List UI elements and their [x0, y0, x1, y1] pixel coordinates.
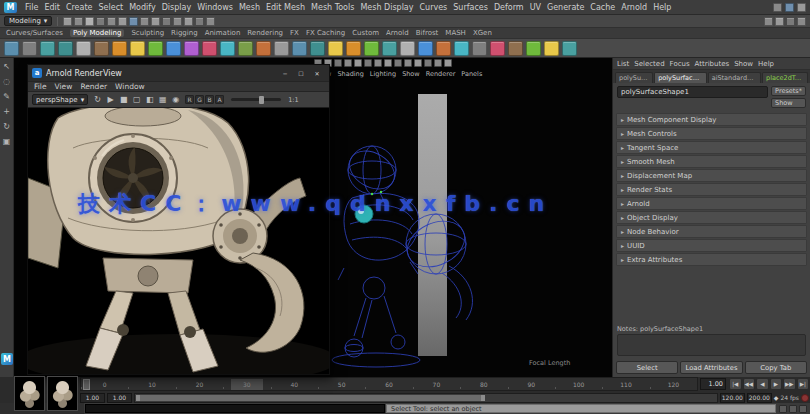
output-window-icon[interactable] [799, 405, 807, 413]
scale-tool-icon[interactable]: ▣ [3, 138, 11, 146]
arnold-menu-item[interactable]: Window [115, 82, 145, 91]
viewport-toolbar-icon[interactable] [434, 59, 442, 67]
viewport-toolbar-icon[interactable] [384, 59, 392, 67]
shelf-tab[interactable]: MASH [445, 29, 466, 37]
attribute-section-header[interactable]: ▸ Mesh Component Display [616, 113, 807, 126]
viewport-toolbar-icon[interactable] [364, 59, 372, 67]
shelf-tab[interactable]: XGen [473, 29, 492, 37]
timeline-tick[interactable]: 50 [318, 378, 365, 390]
paint-select-tool-icon[interactable]: ✎ [3, 93, 10, 101]
timeline-tick[interactable]: 40 [271, 378, 318, 390]
menubar-item[interactable]: Generate [544, 3, 587, 12]
menu-set-dropdown[interactable]: Modeling ▾ [4, 16, 52, 26]
move-tool-icon[interactable]: + [3, 108, 10, 116]
shelf-tool-icon[interactable] [436, 41, 451, 56]
set-key-icon[interactable]: ◆ [774, 394, 779, 401]
status-line-icon[interactable] [129, 17, 138, 26]
status-line-icon[interactable] [195, 17, 204, 26]
titlebar-control-icon[interactable] [785, 3, 794, 12]
shelf-tool-icon[interactable] [274, 41, 289, 56]
select-button[interactable]: Select [616, 361, 678, 374]
status-line-icon[interactable] [85, 17, 94, 26]
shelf-tool-icon[interactable] [292, 41, 307, 56]
shelf-tab[interactable]: Poly Modeling [70, 29, 124, 37]
shelf-tab[interactable]: Animation [205, 29, 241, 37]
menubar-item[interactable]: Edit [41, 3, 63, 12]
snapshot-thumbnail[interactable] [47, 376, 78, 411]
shelf-tool-icon[interactable] [418, 41, 433, 56]
auto-key-button[interactable] [801, 394, 809, 402]
shelf-tool-icon[interactable] [454, 41, 469, 56]
shelf-tool-icon[interactable] [58, 41, 73, 56]
viewport-toolbar-icon[interactable] [344, 59, 352, 67]
current-frame-field[interactable]: 1.00 [700, 378, 726, 390]
shelf-tool-icon[interactable] [220, 41, 235, 56]
shelf-tool-icon[interactable] [544, 41, 559, 56]
play-button[interactable]: ▶ [770, 378, 783, 390]
viewport-toolbar-icon[interactable] [374, 59, 382, 67]
attribute-section-header[interactable]: ▸ Node Behavior [616, 225, 807, 238]
timeline-tick[interactable]: 20 [176, 378, 223, 390]
arnold-titlebar[interactable]: a Arnold RenderView ─☐✕ [28, 65, 329, 81]
arnold-menu-item[interactable]: File [34, 82, 47, 91]
viewport-toolbar-icon[interactable] [404, 59, 412, 67]
attribute-editor-menu-item[interactable]: Show [734, 60, 753, 68]
titlebar-control-icon[interactable] [797, 3, 806, 12]
viewport-menu-item[interactable]: Renderer [426, 70, 456, 78]
attribute-section-header[interactable]: ▸ Smooth Mesh [616, 155, 807, 168]
start-ipr-icon[interactable]: ▶ [105, 96, 116, 104]
attribute-editor-tab[interactable]: place2dTexture1 [762, 72, 808, 83]
shelf-tool-icon[interactable] [490, 41, 505, 56]
channel-toggle[interactable]: R [185, 95, 194, 104]
menubar-item[interactable]: Create [63, 3, 96, 12]
select-tool-icon[interactable]: ↖ [3, 63, 10, 71]
attribute-editor-tab[interactable]: polySurfaceShape1 [654, 72, 707, 83]
attribute-editor-menu-item[interactable]: Focus [670, 60, 690, 68]
shelf-tool-icon[interactable] [94, 41, 109, 56]
status-line-icon[interactable] [184, 17, 193, 26]
snapshot-thumbnail[interactable] [14, 376, 45, 411]
shelf-tab[interactable]: Rigging [171, 29, 198, 37]
shelf-tool-icon[interactable] [112, 41, 127, 56]
shelf-tab[interactable]: Arnold [386, 29, 409, 37]
timeline-tick[interactable]: 90 [508, 378, 555, 390]
shelf-tool-icon[interactable] [328, 41, 343, 56]
shelf-tool-icon[interactable] [382, 41, 397, 56]
go-to-end-button[interactable]: ▶| [797, 378, 810, 390]
attribute-editor-tab[interactable]: polySurface1 [615, 72, 653, 83]
viewport-menu-item[interactable]: Shading [337, 70, 363, 78]
timeline-tick[interactable]: 60 [365, 378, 412, 390]
panel-toggle-icon[interactable] [775, 17, 784, 26]
fps-label[interactable]: 24 fps [780, 394, 799, 401]
status-line-icon[interactable] [63, 17, 72, 26]
titlebar-control-icon[interactable] [773, 3, 782, 12]
shelf-tool-icon[interactable] [22, 41, 37, 56]
current-frame-marker[interactable] [83, 379, 90, 390]
shelf-tool-icon[interactable] [148, 41, 163, 56]
timeline-tick[interactable]: 80 [460, 378, 507, 390]
status-line-icon[interactable] [118, 17, 127, 26]
channel-toggle[interactable]: A [215, 95, 224, 104]
menubar-item[interactable]: Edit Mesh [263, 3, 308, 12]
status-line-icon[interactable] [140, 17, 149, 26]
shelf-tool-icon[interactable] [562, 41, 577, 56]
attribute-section-header[interactable]: ▸ Tangent Space [616, 141, 807, 154]
status-line-icon[interactable] [96, 17, 105, 26]
notes-textarea[interactable] [617, 334, 806, 356]
minimize-icon[interactable]: ─ [277, 67, 293, 79]
panel-toggle-icon[interactable] [797, 17, 806, 26]
panel-toggle-icon[interactable] [786, 17, 795, 26]
playback-start-field[interactable]: 1.00 [107, 393, 132, 403]
stop-render-icon[interactable]: ■ [118, 96, 129, 104]
shelf-tool-icon[interactable] [256, 41, 271, 56]
snapshot-icon[interactable]: ◉ [170, 96, 181, 104]
menubar-item[interactable]: Surfaces [450, 3, 491, 12]
arnold-menu-item[interactable]: View [55, 82, 73, 91]
menubar-item[interactable]: Mesh Display [357, 3, 416, 12]
viewport-toolbar-icon[interactable] [444, 59, 452, 67]
menubar-item[interactable]: File [22, 3, 41, 12]
viewport-menu-item[interactable]: Lighting [370, 70, 396, 78]
shelf-tool-icon[interactable] [184, 41, 199, 56]
wireframe-robot-model[interactable] [314, 98, 524, 370]
timeline-tick[interactable]: 110 [602, 378, 649, 390]
